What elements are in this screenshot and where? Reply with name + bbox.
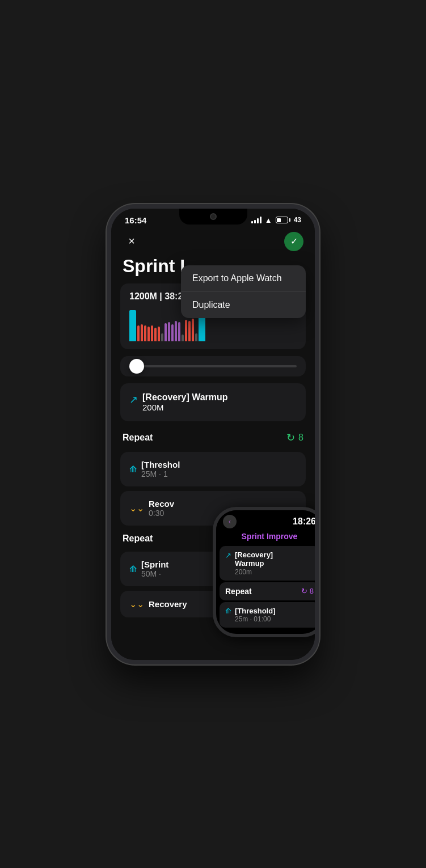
- watch-threshold-title: [Threshold]: [235, 607, 276, 616]
- slider-card[interactable]: [120, 356, 306, 376]
- chart-bar: [192, 319, 194, 341]
- warmup-title: [Recovery] Warmup: [142, 392, 228, 403]
- chart-bar: [185, 320, 187, 341]
- chart-bar: [147, 327, 150, 341]
- chart-bar: [175, 321, 177, 341]
- close-button[interactable]: ×: [123, 232, 141, 251]
- watch-warmup-sub: 200m: [235, 568, 273, 576]
- sprint-up-icon: ⟰: [129, 564, 137, 574]
- chart-bar: [151, 325, 153, 341]
- recovery-title: Recov: [149, 499, 174, 509]
- sprint-sub: 50M ·: [141, 569, 168, 578]
- threshold-up-icon: ⟰: [129, 464, 137, 475]
- sprint-title: [Sprint: [141, 560, 168, 569]
- threshold-title: [Threshol: [141, 460, 180, 469]
- slider-track[interactable]: [129, 365, 297, 367]
- export-watch-item[interactable]: Export to Apple Watch: [181, 265, 306, 292]
- threshold-sub: 25M · 1: [141, 469, 180, 479]
- watch-repeat-number: 8: [310, 587, 314, 595]
- slider-thumb[interactable]: [129, 359, 144, 374]
- watch-back-button: ‹: [223, 515, 237, 528]
- signal-icon: [251, 217, 261, 223]
- status-icons: ▲ 43: [251, 216, 301, 225]
- watch-repeat-item: Repeat ↻ 8: [220, 582, 315, 600]
- recovery-arrow-icon: ↗: [129, 393, 138, 406]
- chart-bar: [137, 325, 140, 341]
- warmup-card[interactable]: ↗ [Recovery] Warmup 200M: [120, 383, 306, 421]
- status-time: 16:54: [125, 215, 146, 225]
- battery-icon: [276, 217, 290, 223]
- chart-bar: [178, 322, 180, 341]
- repeat-number-1: 8: [298, 433, 303, 443]
- watch-warmup-item: ↗ [Recovery] Warmup 200m: [220, 546, 315, 581]
- recovery-bottom-title: Recovery: [149, 599, 187, 609]
- repeat-count-1: ↻ 8: [286, 431, 303, 444]
- chart-bar: [129, 310, 136, 341]
- repeat-header-1: Repeat ↻ 8: [120, 428, 306, 447]
- confirm-button[interactable]: ✓: [284, 232, 303, 251]
- chart-bar: [182, 335, 184, 341]
- watch-threshold-item: ⟰ [Threshold] 25m · 01:00: [220, 602, 315, 628]
- chart-bar: [154, 328, 157, 341]
- watch-repeat-icon: ↻: [301, 587, 307, 595]
- watch-overlay: ‹ 18:26 Sprint Improve ↗ [Recovery] Warm…: [213, 507, 315, 637]
- chart-bar: [165, 323, 167, 341]
- chart-bar: [144, 325, 146, 341]
- chart-bar: [171, 324, 174, 341]
- watch-status-bar: ‹ 18:26: [216, 510, 315, 531]
- repeat-icon-1: ↻: [286, 431, 295, 444]
- recovery-bottom-icon: ⌄⌄: [129, 599, 144, 609]
- watch-warmup-icon: ↗: [225, 551, 231, 560]
- chart-bar: [195, 333, 197, 341]
- warmup-distance: 200M: [142, 403, 228, 412]
- chart-bar: [188, 321, 191, 341]
- battery-percent: 43: [294, 216, 301, 224]
- wifi-icon: ▲: [265, 216, 272, 225]
- watch-threshold-sub: 25m · 01:00: [235, 615, 276, 623]
- watch-screen: ‹ 18:26 Sprint Improve ↗ [Recovery] Warm…: [216, 510, 315, 634]
- threshold-item[interactable]: ⟰ [Threshol 25M · 1: [120, 452, 306, 486]
- repeat-label-1: Repeat: [123, 433, 153, 443]
- power-button[interactable]: [318, 299, 319, 328]
- recovery-down-icon: ⌄⌄: [129, 503, 144, 514]
- duplicate-item[interactable]: Duplicate: [181, 292, 306, 318]
- watch-repeat-count: ↻ 8: [301, 587, 314, 595]
- chart-bar: [161, 333, 163, 341]
- watch-threshold-icon: ⟰: [225, 607, 231, 615]
- chart-bar: [141, 324, 143, 341]
- chart-bar: [158, 327, 160, 341]
- watch-workout-title: Sprint Improve: [216, 531, 315, 544]
- warmup-text: [Recovery] Warmup 200M: [142, 392, 228, 412]
- watch-time: 18:26: [293, 516, 315, 527]
- watch-repeat-label: Repeat: [225, 587, 252, 596]
- recovery-sub: 0:30: [149, 509, 174, 518]
- watch-warmup-title: [Recovery] Warmup: [235, 551, 273, 568]
- header-bar: × ✓: [111, 227, 315, 256]
- dropdown-menu: Export to Apple Watch Duplicate: [181, 265, 306, 318]
- repeat-label-2: Repeat: [123, 533, 153, 544]
- chart-bar: [168, 322, 170, 341]
